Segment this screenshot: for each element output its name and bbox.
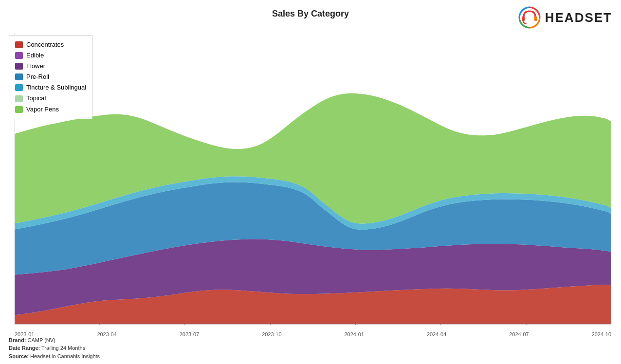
x-label-4: 2024-01	[345, 331, 364, 337]
legend-item-flower: Flower	[15, 61, 86, 72]
topical-label: Topical	[26, 93, 46, 104]
topical-swatch	[15, 95, 23, 102]
x-label-5: 2024-04	[427, 331, 446, 337]
source-value: Headset.io Cannabis Insights	[30, 353, 100, 359]
svg-rect-2	[534, 17, 537, 21]
source-label: Source:	[9, 353, 29, 359]
logo-text: HEADSET	[545, 10, 612, 25]
legend-item-edible: Edible	[15, 50, 86, 61]
edible-swatch	[15, 52, 23, 59]
footer-info: Brand: CAMP (NV) Date Range: Trailing 24…	[9, 336, 100, 361]
legend-item-topical: Topical	[15, 93, 86, 104]
date-range-label: Date Range:	[9, 345, 40, 351]
vaporpens-label: Vapor Pens	[26, 104, 59, 115]
preroll-swatch	[15, 73, 23, 80]
x-label-3: 2023-10	[262, 331, 281, 337]
tincture-swatch	[15, 84, 23, 91]
x-label-6: 2024-07	[509, 331, 529, 337]
date-range-value: Trailing 24 Months	[41, 345, 85, 351]
x-label-7: 2024-10	[592, 331, 611, 337]
legend-item-preroll: Pre-Roll	[15, 72, 86, 82]
x-label-2: 2023-07	[180, 331, 199, 337]
legend-item-tincture: Tincture & Sublingual	[15, 82, 86, 93]
flower-swatch	[15, 63, 23, 70]
flower-label: Flower	[26, 61, 45, 72]
concentrates-swatch	[15, 41, 23, 48]
area-chart	[15, 33, 611, 325]
brand-label: Brand:	[9, 337, 26, 343]
tincture-label: Tincture & Sublingual	[26, 82, 86, 93]
brand-value: CAMP (NV)	[28, 337, 55, 343]
chart-container: Sales By Category HEADSET Concentrates E…	[0, 0, 621, 364]
x-label-1: 2023-04	[97, 331, 116, 337]
headset-logo-icon	[518, 6, 541, 29]
legend-item-concentrates: Concentrates	[15, 39, 86, 50]
vaporpens-swatch	[15, 106, 23, 113]
edible-label: Edible	[26, 50, 44, 61]
chart-legend: Concentrates Edible Flower Pre-Roll Tinc…	[9, 35, 92, 119]
x-axis-labels: 2023-01 2023-04 2023-07 2023-10 2024-01 …	[15, 331, 611, 337]
concentrates-label: Concentrates	[26, 39, 64, 50]
legend-item-vaporpens: Vapor Pens	[15, 104, 86, 115]
logo: HEADSET	[518, 6, 612, 29]
preroll-label: Pre-Roll	[26, 72, 49, 82]
